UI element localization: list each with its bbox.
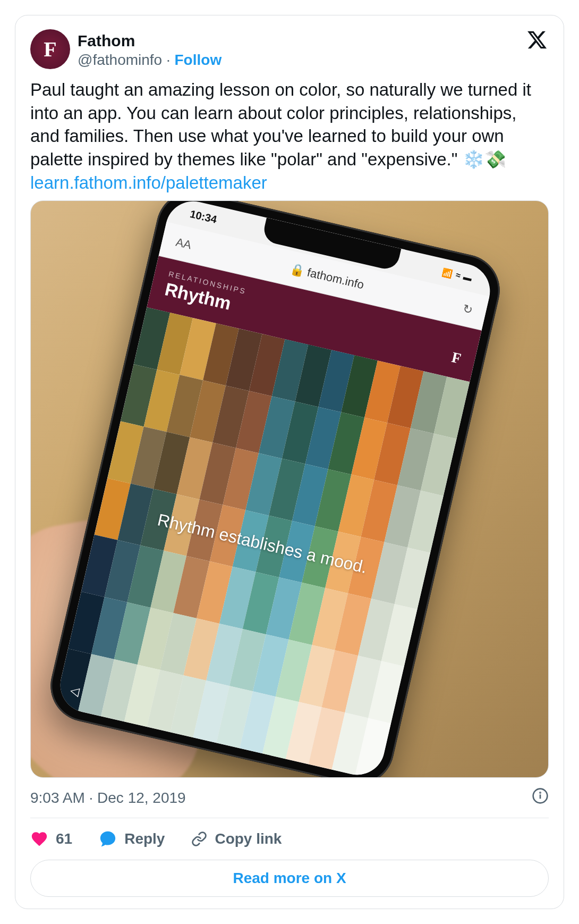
tweet-header: F Fathom @fathominfo · Follow	[30, 29, 549, 70]
tweet-body: Paul taught an amazing lesson on color, …	[30, 78, 549, 194]
avatar[interactable]: F	[30, 29, 70, 69]
author-handle-row: @fathominfo · Follow	[78, 51, 222, 70]
copy-link-button[interactable]: Copy link	[191, 830, 282, 847]
wifi-icon: ≈	[455, 271, 462, 281]
phone-screen: 10:34 📶 ≈ ▬ AA 🔒 fathom.info ↻ RELATIONS…	[55, 200, 495, 778]
author-display-name[interactable]: Fathom	[78, 31, 222, 51]
phone-mockup: 10:34 📶 ≈ ▬ AA 🔒 fathom.info ↻ RELATIONS…	[44, 200, 507, 778]
author-handle[interactable]: @fathominfo	[78, 52, 162, 68]
read-more-button[interactable]: Read more on X	[30, 860, 549, 897]
reply-button[interactable]: Reply	[99, 830, 165, 848]
tweet-media[interactable]: 10:34 📶 ≈ ▬ AA 🔒 fathom.info ↻ RELATIONS…	[30, 200, 549, 778]
like-button[interactable]: 61	[30, 830, 72, 848]
copy-link-label: Copy link	[215, 830, 282, 847]
link-icon	[191, 831, 207, 847]
x-logo-icon[interactable]	[526, 29, 548, 53]
tweet-card: F Fathom @fathominfo · Follow Paul taugh…	[15, 15, 564, 909]
reply-label: Reply	[124, 830, 165, 847]
separator: ·	[162, 52, 174, 68]
info-icon[interactable]	[532, 787, 549, 808]
reply-icon	[99, 830, 117, 848]
follow-link[interactable]: Follow	[175, 52, 222, 68]
tweet-text: Paul taught an amazing lesson on color, …	[30, 80, 531, 169]
avatar-letter: F	[44, 37, 56, 62]
palette-overlay-text: Rhythm establishes a mood.	[55, 307, 470, 778]
status-indicators: 📶 ≈ ▬	[441, 267, 473, 283]
author-names: Fathom @fathominfo · Follow	[78, 29, 222, 70]
like-count: 61	[56, 830, 72, 847]
browser-url: 🔒 fathom.info	[289, 262, 365, 292]
battery-icon: ▬	[462, 272, 473, 283]
status-time: 10:34	[189, 208, 218, 226]
tweet-timestamp[interactable]: 9:03 AM · Dec 12, 2019	[30, 789, 186, 807]
browser-text-size: AA	[175, 235, 193, 252]
refresh-icon: ↻	[461, 301, 473, 317]
app-logo: F	[450, 349, 463, 367]
tweet-link[interactable]: learn.fathom.info/palettemaker	[30, 173, 267, 192]
svg-point-2	[540, 792, 540, 793]
signal-icon: 📶	[441, 267, 454, 279]
heart-icon	[30, 830, 48, 848]
tweet-actions: 61 Reply Copy link	[30, 818, 549, 860]
tweet-meta: 9:03 AM · Dec 12, 2019	[30, 787, 549, 818]
color-palette: Rhythm establishes a mood.◁	[55, 307, 470, 778]
